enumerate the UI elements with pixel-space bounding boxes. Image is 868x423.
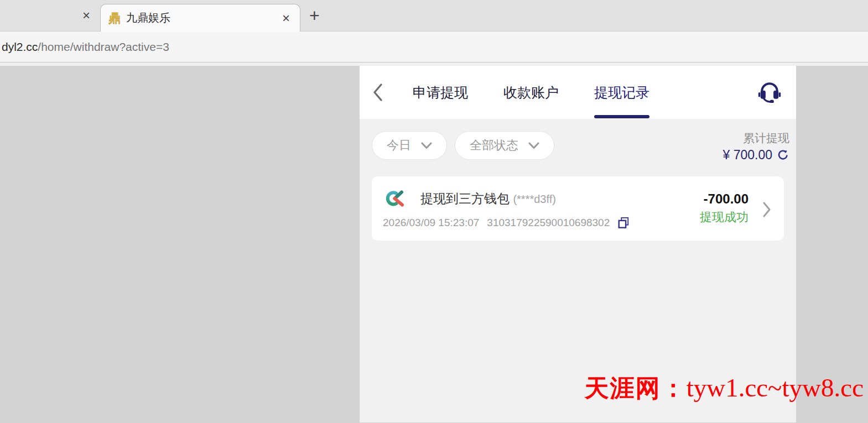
chevron-left-icon (372, 83, 384, 102)
watermark-urls: tyw1.cc~tyw8.cc (687, 373, 864, 402)
tab-label: 提现记录 (594, 85, 649, 100)
browser-tab-active[interactable]: 鼎 九鼎娱乐 × (100, 4, 300, 32)
withdraw-record-card[interactable]: 提现到三方钱包 (****d3ff) 2026/03/09 15:23:07 3… (372, 176, 784, 241)
summary-label: 累计提现 (723, 131, 789, 145)
customer-service-button[interactable] (757, 80, 782, 105)
status-filter-dropdown[interactable]: 全部状态 (455, 131, 554, 160)
active-tab-underline (594, 115, 649, 118)
new-tab-button[interactable]: + (309, 7, 320, 24)
url-text[interactable]: dyl2.cc/home/withdraw?active=3 (2, 40, 169, 54)
record-amount: -700.00 (700, 191, 749, 207)
browser-tab-strip: × 鼎 九鼎娱乐 × + (0, 0, 868, 32)
date-filter-value: 今日 (387, 137, 411, 154)
record-title: 提现到三方钱包 (****d3ff) (420, 190, 556, 207)
record-status: 提现成功 (700, 207, 749, 228)
tab-withdraw-records[interactable]: 提现记录 (593, 67, 651, 118)
record-account-masked: (****d3ff) (513, 193, 555, 205)
withdraw-nav-tabs: 申请提现 收款账户 提现记录 (412, 67, 651, 118)
gold-emblem-icon: 鼎 (108, 10, 121, 27)
copy-icon[interactable] (617, 216, 630, 229)
tab-receiving-account[interactable]: 收款账户 (502, 67, 560, 118)
close-icon[interactable]: × (279, 12, 293, 25)
watermark-prefix: 天涯网： (585, 375, 687, 402)
chevron-down-icon (421, 142, 432, 149)
tab-label: 收款账户 (503, 85, 559, 100)
close-icon[interactable]: × (79, 9, 93, 22)
chevron-down-icon (528, 142, 539, 149)
watermark-text: 天涯网：tyw1.cc~tyw8.cc (585, 372, 864, 405)
url-domain: dyl2.cc (2, 40, 38, 53)
filter-row: 今日 全部状态 累计提现 ¥ 700.00 (360, 119, 796, 164)
withdraw-summary: 累计提现 ¥ 700.00 (723, 131, 789, 164)
back-button[interactable] (360, 83, 396, 102)
refresh-icon[interactable] (777, 149, 789, 161)
tab-title: 九鼎娱乐 (126, 11, 279, 25)
date-filter-dropdown[interactable]: 今日 (372, 131, 447, 160)
chevron-right-icon[interactable] (762, 201, 772, 218)
page-content: 申请提现 收款账户 提现记录 (0, 62, 868, 422)
record-amount-block: -700.00 提现成功 (700, 191, 749, 228)
status-filter-value: 全部状态 (470, 137, 518, 154)
url-bar[interactable]: dyl2.cc/home/withdraw?active=3 (0, 32, 868, 62)
url-path: /home/withdraw?active=3 (38, 40, 169, 53)
record-main: 提现到三方钱包 (****d3ff) 2026/03/09 15:23:07 3… (383, 190, 693, 229)
headset-icon (757, 80, 782, 103)
panel-header: 申请提现 收款账户 提现记录 (360, 66, 796, 119)
ck-logo-icon (383, 190, 406, 207)
withdraw-panel: 申请提现 收款账户 提现记录 (360, 66, 796, 422)
record-datetime: 2026/03/09 15:23:07 (383, 217, 479, 229)
tab-apply-withdraw[interactable]: 申请提现 (412, 67, 469, 118)
tab-label: 申请提现 (413, 85, 468, 100)
summary-amount: ¥ 700.00 (723, 145, 772, 164)
record-order-number: 310317922590010698302 (487, 217, 610, 229)
browser-tab-previous[interactable]: × (0, 0, 100, 31)
